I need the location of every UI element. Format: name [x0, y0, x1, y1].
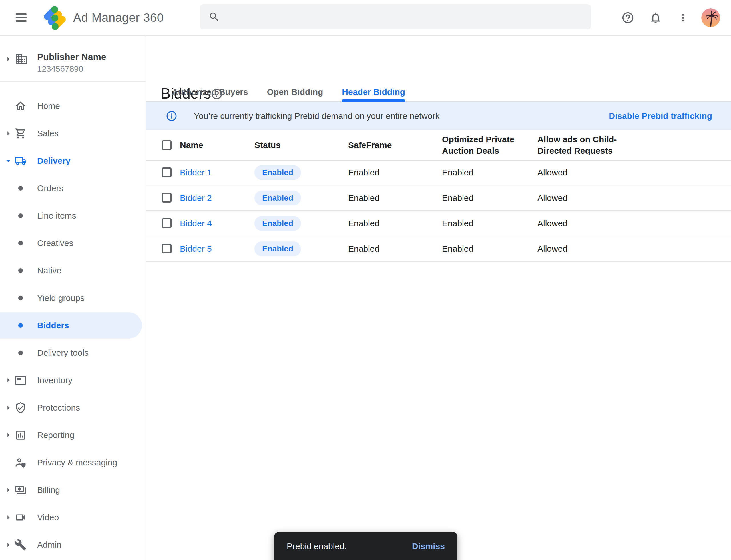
prebid-banner: You’re currently trafficking Prebid dema…	[146, 102, 731, 130]
ad-manager-page: Ad Manager 360	[0, 0, 731, 560]
sidebar-item-home[interactable]: Home	[0, 92, 146, 120]
row-checkbox[interactable]	[162, 167, 172, 177]
select-all-checkbox[interactable]	[162, 140, 172, 150]
sidebar-item-yield-groups[interactable]: Yield groups	[0, 284, 146, 312]
caret-right-icon	[3, 485, 13, 495]
status-badge: Enabled	[255, 165, 301, 180]
notifications-bell-icon[interactable]	[649, 11, 662, 24]
row-checkbox[interactable]	[162, 218, 172, 228]
caret-right-icon	[3, 403, 13, 413]
help-icon[interactable]	[621, 11, 634, 24]
sidebar-item-label: Delivery tools	[37, 339, 89, 367]
sidebar-item-label: Video	[37, 504, 59, 531]
caret-down-icon	[3, 156, 13, 166]
more-options-icon[interactable]	[677, 12, 689, 23]
publisher-selector[interactable]: Publisher Name 1234567890	[0, 36, 146, 82]
sidebar-item-label: Protections	[37, 394, 80, 421]
status-badge: Enabled	[255, 241, 301, 256]
chart-icon	[15, 429, 27, 441]
sidebar-item-native[interactable]: Native	[0, 257, 146, 284]
column-header-name: Name	[180, 130, 203, 160]
row-checkbox[interactable]	[162, 244, 172, 253]
child-directed-value: Allowed	[537, 211, 567, 236]
bullet-icon	[15, 237, 27, 249]
caret-right-icon	[3, 54, 13, 64]
bidder-link[interactable]: Bidder 1	[180, 168, 212, 177]
optimized-private-auction-deals-value: Enabled	[442, 236, 473, 261]
sidebar-item-reporting[interactable]: Reporting	[0, 421, 146, 449]
search-bar[interactable]	[200, 4, 591, 29]
disable-prebid-trafficking-link[interactable]: Disable Prebid trafficking	[609, 111, 712, 121]
sidebar-item-delivery[interactable]: Delivery	[0, 147, 146, 175]
wrench-icon	[15, 539, 27, 551]
videocam-icon	[15, 511, 27, 523]
user-avatar[interactable]	[701, 8, 720, 27]
publisher-name: Publisher Name	[37, 52, 106, 62]
safeframe-value: Enabled	[348, 211, 379, 236]
sidebar-item-line-items[interactable]: Line items	[0, 202, 146, 229]
dismiss-button[interactable]: Dismiss	[412, 541, 445, 552]
column-header-status: Status	[255, 130, 281, 160]
sidebar-item-label: Orders	[37, 175, 63, 202]
ad-manager-logo-icon	[42, 5, 68, 31]
tab-bar: Authorized BuyersOpen BiddingHeader Bidd…	[146, 83, 731, 102]
bidder-link[interactable]: Bidder 5	[180, 244, 212, 254]
sidebar-item-delivery-tools[interactable]: Delivery tools	[0, 339, 146, 367]
sidebar-item-orders[interactable]: Orders	[0, 175, 146, 202]
person-shield-icon	[15, 457, 27, 469]
sidebar-item-sales[interactable]: Sales	[0, 120, 146, 147]
home-icon	[15, 100, 27, 112]
sidebar-item-label: Native	[37, 257, 61, 284]
status-badge: Enabled	[255, 216, 301, 231]
bidder-link[interactable]: Bidder 2	[180, 193, 212, 203]
caret-right-icon	[3, 430, 13, 440]
optimized-private-auction-deals-value: Enabled	[442, 211, 473, 236]
truck-icon	[15, 155, 27, 167]
bullet-icon	[15, 319, 27, 331]
bullet-icon	[15, 347, 27, 359]
optimized-private-auction-deals-value: Enabled	[442, 160, 473, 185]
safeframe-value: Enabled	[348, 160, 379, 185]
sidebar-item-video[interactable]: Video	[0, 504, 146, 531]
table-row: Bidder 4 Enabled Enabled Enabled Allowed	[146, 211, 731, 236]
palm-tree-avatar-image	[701, 8, 720, 27]
publisher-network-code: 1234567890	[37, 64, 83, 74]
table-row: Bidder 1 Enabled Enabled Enabled Allowed	[146, 160, 731, 185]
toast-message: Prebid enabled.	[287, 541, 347, 552]
safeframe-value: Enabled	[348, 236, 379, 261]
sidebar-item-label: Billing	[37, 476, 60, 504]
sidebar-item-label: Reporting	[37, 421, 74, 449]
search-input[interactable]	[227, 8, 591, 26]
sidebar-item-privacy[interactable]: Privacy & messaging	[0, 449, 146, 476]
tab-open-bidding[interactable]: Open Bidding	[258, 83, 333, 101]
sidebar-item-admin[interactable]: Admin	[0, 531, 146, 559]
table-row: Bidder 5 Enabled Enabled Enabled Allowed	[146, 236, 731, 262]
tab-header-bidding[interactable]: Header Bidding	[333, 83, 414, 101]
sidebar-item-label: Line items	[37, 202, 76, 229]
column-header-optimized-private-auction-deals: Optimized Private Auction Deals	[442, 130, 514, 160]
info-icon	[166, 110, 178, 122]
building-icon	[15, 52, 29, 66]
sidebar-item-label: Admin	[37, 531, 61, 559]
caret-right-icon	[3, 513, 13, 522]
caret-right-icon	[3, 540, 13, 550]
payments-icon	[15, 484, 27, 496]
sidebar-item-creatives[interactable]: Creatives	[0, 229, 146, 257]
caret-right-icon	[3, 129, 13, 138]
search-icon	[209, 11, 220, 23]
tab-authorized-buyers[interactable]: Authorized Buyers	[163, 83, 258, 101]
sidebar-item-label: Bidders	[37, 312, 69, 339]
row-checkbox[interactable]	[162, 193, 172, 203]
sidebar-item-protections[interactable]: Protections	[0, 394, 146, 421]
sidebar-item-inventory[interactable]: Inventory	[0, 367, 146, 394]
sidebar-item-billing[interactable]: Billing	[0, 476, 146, 504]
app-bar: Ad Manager 360	[0, 0, 731, 36]
inventory-icon	[15, 374, 27, 386]
sidebar-item-bidders[interactable]: Bidders	[0, 312, 146, 339]
table-row: Bidder 2 Enabled Enabled Enabled Allowed	[146, 185, 731, 211]
main-content: Bidders Authorized BuyersOpen BiddingHea…	[146, 36, 731, 560]
menu-icon[interactable]	[16, 13, 27, 22]
bidder-link[interactable]: Bidder 4	[180, 219, 212, 228]
sidebar-item-label: Delivery	[37, 147, 71, 175]
shield-check-icon	[15, 402, 27, 414]
